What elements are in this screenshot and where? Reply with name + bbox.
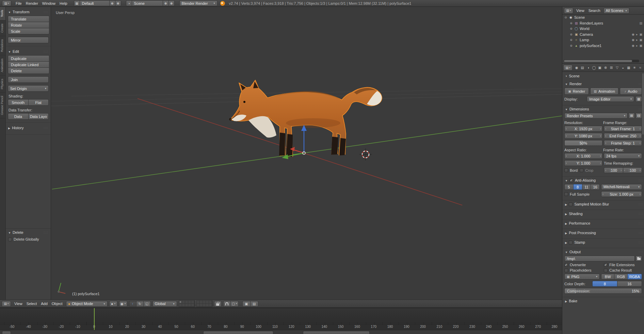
viewport-canvas[interactable] (51, 7, 562, 300)
header-menu-item[interactable]: Window (41, 1, 57, 5)
shade-smooth-button[interactable]: Smooth (8, 99, 29, 106)
manipulator-rotate-button[interactable]: ↻ (136, 301, 144, 307)
remap-new-field[interactable]: :100 (623, 167, 642, 173)
channels-rgba-button[interactable]: RGBA (627, 274, 642, 279)
delete-globally-option[interactable]: Delete Globally (7, 236, 49, 242)
properties-scrollbar[interactable] (642, 73, 644, 135)
browse-output-button[interactable] (635, 256, 642, 261)
render-audio-button[interactable]: ♪Audio (620, 88, 642, 95)
render-panel-header[interactable]: Render (562, 80, 644, 88)
header-menu-item[interactable]: File (14, 1, 23, 5)
tab-texture[interactable] (626, 64, 631, 71)
opengl-render-still-button[interactable]: ▣ (242, 301, 251, 307)
bake-panel-header[interactable]: Bake (562, 297, 644, 305)
aa-samples-5-button[interactable]: 5 (564, 184, 574, 190)
output-panel-header[interactable]: Output (562, 248, 644, 256)
data-transfer-layout-button[interactable]: Data Layo (28, 113, 49, 120)
viewport-menu-item[interactable]: View (13, 302, 24, 306)
manipulator-translate-button[interactable]: ↑ (129, 301, 136, 307)
outliner-item-camera[interactable]: ⊕ ▣ Camera ◉ ▸ ▣ (562, 32, 644, 37)
expand-icon[interactable]: ⊕ (569, 44, 573, 47)
tab-material[interactable] (620, 64, 626, 71)
outliner-menu-search[interactable]: Search (587, 9, 601, 13)
aa-samples-8-button[interactable]: 8 (573, 184, 582, 190)
stamp-panel-header[interactable]: Stamp (562, 239, 644, 246)
channels-rgb-button[interactable]: RGB (614, 274, 627, 279)
add-scene-button[interactable]: ⊕ (163, 0, 169, 6)
aa-size-field[interactable]: Size: 1.000 px (601, 191, 642, 197)
render-engine-dropdown[interactable]: Blender Render (179, 0, 218, 6)
color-depth-16-button[interactable]: 16 (617, 281, 642, 287)
border-option[interactable]: Bord (564, 168, 578, 172)
performance-panel-header[interactable]: Performance (562, 219, 644, 227)
tab-constraints[interactable] (603, 64, 608, 71)
timeline-playback-widgets[interactable] (303, 331, 370, 334)
set-origin-dropdown[interactable]: Set Origin (8, 85, 49, 92)
viewport-menu-item[interactable]: Select (25, 302, 39, 306)
viewport-shading-dropdown[interactable] (109, 301, 117, 307)
remove-preset-button[interactable]: ⊟ (635, 113, 642, 119)
transform-orientation-dropdown[interactable]: Global (152, 301, 177, 307)
selectability-arrow-icon[interactable]: ▸ (636, 33, 638, 36)
selectability-arrow-icon[interactable]: ▸ (636, 44, 638, 47)
viewport-3d[interactable]: User Persp (1) polySurface1 (51, 7, 562, 300)
add-preset-button[interactable]: ⊞ (628, 113, 635, 119)
snap-toggle-button[interactable] (223, 301, 231, 307)
remap-old-field[interactable]: :100 (604, 167, 623, 173)
cache-result-option[interactable]: Cache Result (604, 268, 642, 272)
frame-step-field[interactable]: Frame Step: 1 (604, 140, 642, 146)
tool-shelf-tab[interactable]: Create (0, 20, 6, 36)
lock-to-scene-button[interactable] (214, 301, 222, 307)
expand-icon[interactable]: ⊕ (569, 27, 573, 30)
opengl-render-anim-button[interactable]: ▤ (250, 301, 258, 307)
renderability-camera-icon[interactable]: ▣ (639, 33, 642, 36)
timeline-editor[interactable]: -50-40-30-20-100102030405060708090100110… (0, 308, 562, 334)
outliner-item-scene[interactable]: ⊖ ◉ Scene (562, 15, 644, 20)
edit-panel-header[interactable]: Edit (7, 48, 49, 55)
compression-slider[interactable]: Compression: 15% (564, 288, 642, 294)
expand-icon[interactable]: ⊕ (569, 33, 573, 36)
header-menu-item[interactable]: Help (58, 1, 69, 5)
outliner-item-world[interactable]: ⊕ ◯ World (562, 26, 644, 32)
outliner-item-polysurface1[interactable]: ⊕ ▲ polySurface1 ◉ ▸ ▣ (562, 43, 644, 49)
file-extensions-option[interactable]: File Extensions (604, 263, 642, 267)
shading-panel-header[interactable]: Shading (562, 210, 644, 217)
tab-modifiers[interactable] (609, 64, 614, 71)
aa-samples-16-button[interactable]: 16 (591, 184, 600, 190)
placeholders-option[interactable]: Placeholders (564, 268, 602, 272)
viewport-editor-type-button[interactable] (2, 301, 11, 307)
rotate-button[interactable]: Rotate (8, 22, 49, 28)
full-sample-option[interactable]: Full Sample (564, 192, 600, 196)
pivot-point-dropdown[interactable] (119, 301, 127, 307)
delete-scene-button[interactable]: ⊗ (168, 0, 175, 6)
translate-button[interactable]: Translate (8, 16, 49, 22)
anti-aliasing-checkbox[interactable] (569, 179, 573, 182)
delete-screen-button[interactable]: ⊗ (115, 0, 121, 6)
scene-browse-button[interactable]: ◑ (126, 0, 132, 6)
tool-shelf-tab[interactable]: Physics (0, 76, 6, 93)
viewport-menu-item[interactable]: Object (50, 302, 64, 306)
shade-flat-button[interactable]: Flat (28, 99, 49, 106)
color-depth-8-button[interactable]: 8 (592, 281, 617, 287)
outliner-editor-type-button[interactable] (564, 8, 573, 14)
current-frame-indicator[interactable] (94, 308, 95, 330)
add-screen-button[interactable]: ⊕ (109, 0, 115, 6)
layers-widget-left[interactable] (179, 300, 195, 307)
outliner-menu-view[interactable]: View (575, 9, 585, 13)
tool-shelf-tab[interactable]: Grease Pencil (0, 93, 6, 119)
resolution-x-field[interactable]: X: 1920 px (564, 126, 602, 132)
screen-browse-button[interactable]: ▦ (74, 0, 80, 6)
crop-option[interactable]: Crop (580, 168, 593, 172)
snap-element-dropdown[interactable]: ▢ (230, 301, 239, 307)
outliner-display-filter-dropdown[interactable]: All Scenes (603, 8, 629, 14)
timeline-band[interactable] (0, 308, 562, 325)
render-still-button[interactable]: ▣Render (564, 88, 589, 95)
join-button[interactable]: Join (8, 76, 49, 83)
tab-render[interactable] (574, 64, 579, 71)
duplicate-button[interactable]: Duplicate (8, 55, 49, 62)
collapse-icon[interactable]: ⊖ (564, 16, 567, 19)
renderability-camera-icon[interactable]: ▣ (639, 44, 642, 47)
expand-icon[interactable]: ⊕ (569, 38, 573, 42)
tool-shelf-tab[interactable]: Relations (0, 36, 6, 56)
aa-filter-dropdown[interactable]: Mitchell-Netravali (601, 184, 642, 190)
